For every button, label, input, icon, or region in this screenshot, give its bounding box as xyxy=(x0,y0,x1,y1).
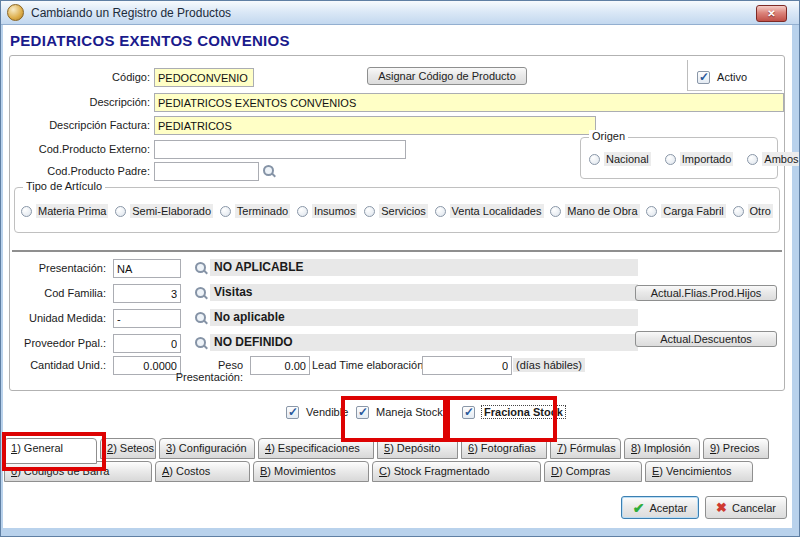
presentacion-input[interactable] xyxy=(113,259,181,278)
aceptar-button[interactable]: ✔ Aceptar xyxy=(621,496,699,519)
radio-materia-prima[interactable]: Materia Prima xyxy=(21,204,108,218)
tab-3-configuraci-n[interactable]: 3) Configuración xyxy=(159,438,255,459)
tab-9-precios[interactable]: 9) Precios xyxy=(703,438,769,459)
radio-icon xyxy=(665,154,676,165)
tab-1-general[interactable]: 1) General xyxy=(4,438,97,464)
peso-input[interactable] xyxy=(250,356,310,375)
cod-familia-display: Visitas xyxy=(210,284,638,301)
radio-semi-elaborado[interactable]: Semi-Elaborado xyxy=(115,204,213,218)
tab-b-movimientos[interactable]: B) Movimientos xyxy=(253,461,369,482)
tab-5-dep-sito[interactable]: 5) Depósito xyxy=(377,438,458,459)
cod-familia-input[interactable] xyxy=(113,284,181,303)
radio-venta-localidades[interactable]: Venta Localidades xyxy=(435,204,544,218)
page-title: PEDIATRICOS EXENTOS CONVENIOS xyxy=(10,32,290,49)
peso-label: Peso Presentación: xyxy=(157,359,243,383)
checkbox-icon xyxy=(462,406,475,419)
tipo-articulo-title: Tipo de Artículo xyxy=(23,180,105,192)
tab-8-implosi-n[interactable]: 8) Implosión xyxy=(624,438,700,459)
check-icon: ✔ xyxy=(633,501,645,515)
radio-otro[interactable]: Otro xyxy=(733,204,773,218)
actual-flias-button[interactable]: Actual.Flias.Prod.Hijos xyxy=(635,285,777,301)
leadtime-label: Lead Time elaboración: xyxy=(312,359,426,371)
aceptar-label: Aceptar xyxy=(649,502,687,514)
radio-icon xyxy=(646,206,657,217)
radio-label: Insumos xyxy=(312,204,358,218)
tab-6-fotografias[interactable]: 6) Fotografias xyxy=(461,438,547,459)
radio-icon xyxy=(733,206,744,217)
tab-a-costos[interactable]: A) Costos xyxy=(155,461,250,482)
descripcion-label: Descripción: xyxy=(10,96,150,108)
radio-label: Venta Localidades xyxy=(450,204,544,218)
tab-e-vencimientos[interactable]: E) Vencimientos xyxy=(645,461,753,482)
radio-insumos[interactable]: Insumos xyxy=(297,204,358,218)
radio-icon xyxy=(747,154,758,165)
origen-options: NacionalImportadoAmbos xyxy=(589,152,771,166)
tab-d-compras[interactable]: D) Compras xyxy=(544,461,642,482)
asignar-codigo-button[interactable]: Asignar Código de Producto xyxy=(367,67,527,85)
radio-ambos[interactable]: Ambos xyxy=(747,152,800,166)
radio-icon xyxy=(220,206,231,217)
app-icon xyxy=(7,4,24,21)
radio-icon xyxy=(115,206,126,217)
tipo-articulo-groupbox: Tipo de Artículo Materia PrimaSemi-Elabo… xyxy=(14,187,780,233)
tab-7-f-rmulas[interactable]: 7) Fórmulas xyxy=(550,438,621,459)
radio-label: Nacional xyxy=(604,152,651,166)
proveedor-ppal-input[interactable] xyxy=(113,334,181,353)
radio-label: Servicios xyxy=(379,204,428,218)
unidad-medida-input[interactable] xyxy=(113,309,181,328)
activo-separator xyxy=(687,60,688,91)
cancelar-button[interactable]: ✖ Cancelar xyxy=(705,496,787,519)
lookup-icon[interactable] xyxy=(194,261,208,275)
lookup-icon[interactable] xyxy=(262,164,276,178)
descripcion-factura-input[interactable] xyxy=(154,116,596,135)
checkbox-icon xyxy=(697,71,710,84)
close-button[interactable]: ✕ xyxy=(756,5,787,22)
activo-checkbox[interactable]: Activo xyxy=(697,70,747,84)
radio-servicios[interactable]: Servicios xyxy=(364,204,428,218)
vendible-checkbox[interactable]: Vendible xyxy=(286,405,348,419)
lookup-icon[interactable] xyxy=(194,311,208,325)
activo-label: Activo xyxy=(717,71,747,83)
tab-0-c-digos-de-barra[interactable]: 0) Códigos de Barra xyxy=(4,461,152,482)
leadtime-suffix: (días hábiles) xyxy=(513,358,585,372)
fraciona-stock-checkbox[interactable]: Fraciona Stock xyxy=(462,405,565,419)
unidad-medida-display: No aplicable xyxy=(210,309,638,326)
maneja-stock-checkbox[interactable]: Maneja Stock xyxy=(356,405,443,419)
tab-row-2: 0) Códigos de BarraA) CostosB) Movimient… xyxy=(4,461,756,482)
cantidad-label: Cantidad Unid.: xyxy=(0,359,106,371)
tab-c-stock-fragmentado[interactable]: C) Stock Fragmentado xyxy=(372,461,541,482)
cod-padre-input[interactable] xyxy=(154,162,259,181)
tab-4-especificaciones[interactable]: 4) Especificaciones xyxy=(258,438,374,459)
cod-padre-label: Cod.Producto Padre: xyxy=(10,165,150,177)
titlebar: Cambiando un Registro de Productos ✕ xyxy=(1,1,799,25)
radio-terminado[interactable]: Terminado xyxy=(220,204,290,218)
leadtime-input[interactable] xyxy=(422,356,512,375)
form-panel: Código: Asignar Código de Producto Activ… xyxy=(9,55,785,391)
descripcion-input[interactable] xyxy=(154,93,784,112)
tab-2-seteos[interactable]: 2) Seteos xyxy=(100,438,156,459)
actual-descuentos-button[interactable]: Actual.Descuentos xyxy=(635,331,777,347)
codigo-input[interactable] xyxy=(154,68,254,87)
fraciona-stock-label: Fraciona Stock xyxy=(482,406,565,418)
presentacion-label: Presentación: xyxy=(10,262,106,274)
radio-carga-fabril[interactable]: Carga Fabril xyxy=(646,204,726,218)
codigo-label: Código: xyxy=(10,71,150,83)
radio-icon xyxy=(364,206,375,217)
radio-icon xyxy=(21,206,32,217)
radio-mano-de-obra[interactable]: Mano de Obra xyxy=(550,204,639,218)
cod-externo-label: Cod.Producto Externo: xyxy=(10,143,150,155)
presentacion-display: NO APLICABLE xyxy=(210,259,638,276)
lookup-icon[interactable] xyxy=(194,286,208,300)
radio-icon xyxy=(435,206,446,217)
vendible-label: Vendible xyxy=(306,406,348,418)
cancelar-label: Cancelar xyxy=(732,502,776,514)
radio-label: Carga Fabril xyxy=(661,204,726,218)
descripcion-factura-label: Descripción Factura: xyxy=(10,119,150,131)
proveedor-ppal-display: NO DEFINIDO xyxy=(210,334,638,351)
lookup-icon[interactable] xyxy=(194,336,208,350)
detail-row-presentacion: Presentación:NO APLICABLE xyxy=(10,258,786,283)
radio-importado[interactable]: Importado xyxy=(665,152,734,166)
radio-nacional[interactable]: Nacional xyxy=(589,152,651,166)
cod-externo-input[interactable] xyxy=(154,140,406,159)
maneja-stock-label: Maneja Stock xyxy=(376,406,443,418)
